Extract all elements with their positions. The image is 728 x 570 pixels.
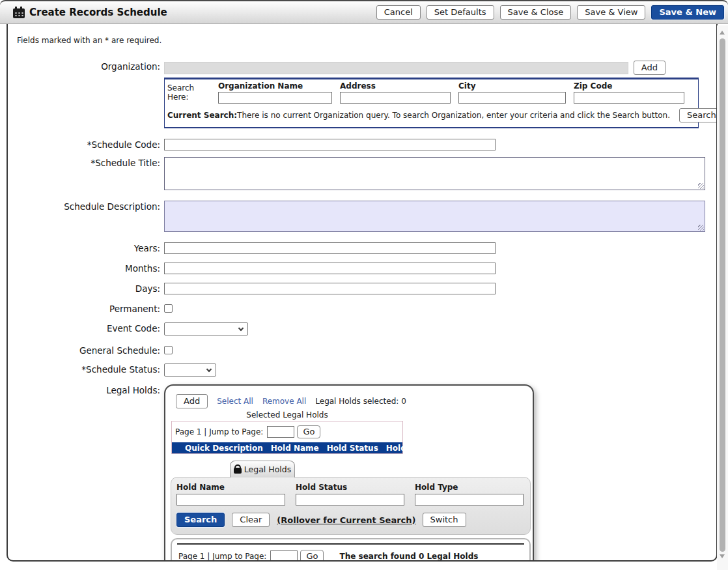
schedule-description-label: Schedule Description: bbox=[8, 201, 164, 212]
selected-jump-label: Jump to Page: bbox=[209, 427, 263, 436]
hold-status-input[interactable] bbox=[296, 494, 404, 506]
org-name-input[interactable] bbox=[218, 92, 332, 104]
days-input[interactable] bbox=[164, 283, 496, 294]
save-and-new-button[interactable]: Save & New bbox=[651, 5, 724, 20]
months-input[interactable] bbox=[164, 263, 496, 274]
hold-name-column-header: Hold Name bbox=[271, 444, 319, 453]
schedule-title-row: *Schedule Title: bbox=[8, 157, 716, 190]
calendar-icon bbox=[13, 8, 25, 18]
organization-row: Organization: Add Search Here: Organizat… bbox=[8, 61, 716, 128]
selected-table-header: Quick Description Hold Name Hold Status … bbox=[172, 442, 402, 453]
zip-code-column-header: Zip Code bbox=[574, 81, 684, 91]
schedule-status-select[interactable] bbox=[164, 363, 216, 377]
city-column-header: City bbox=[458, 81, 566, 91]
tab-legal-holds[interactable]: Legal Holds bbox=[230, 461, 295, 477]
legal-holds-results-panel: Page 1 | Jump to Page: Go The search fou… bbox=[171, 538, 531, 562]
toolbar: Cancel Set Defaults Save & Close Save & … bbox=[376, 5, 724, 20]
months-row: Months: bbox=[8, 263, 716, 274]
lock-icon bbox=[234, 468, 242, 474]
results-jump-label: Jump to Page: bbox=[212, 552, 266, 561]
permanent-checkbox[interactable] bbox=[164, 304, 173, 313]
chevron-down-icon bbox=[206, 367, 212, 372]
legal-holds-panel: Add Select All Remove All Legal Holds se… bbox=[164, 384, 534, 562]
legal-holds-selected-count: Legal Holds selected: 0 bbox=[315, 397, 406, 406]
results-jump-page-input[interactable] bbox=[270, 550, 298, 562]
results-go-button[interactable]: Go bbox=[300, 550, 324, 562]
selected-legal-holds-table: Page 1 | Jump to Page: Go Quick Descript… bbox=[171, 421, 403, 454]
years-label: Years: bbox=[8, 242, 164, 253]
organization-search-box: Search Here: Organization Name Address C… bbox=[164, 78, 699, 128]
results-divider bbox=[177, 543, 524, 545]
schedule-title-textarea[interactable] bbox=[164, 157, 705, 190]
hold-status-column-header: Hold Status bbox=[327, 444, 378, 453]
years-row: Years: bbox=[8, 242, 716, 254]
event-code-label: Event Code: bbox=[8, 322, 164, 334]
legal-holds-tab-label: Legal Holds bbox=[244, 464, 291, 474]
months-label: Months: bbox=[8, 263, 164, 274]
required-fields-note: Fields marked with an * are required. bbox=[17, 36, 716, 45]
hold-type-field-label: Hold Type bbox=[415, 483, 534, 492]
selected-legal-holds-title: Selected Legal Holds bbox=[171, 410, 403, 420]
years-input[interactable] bbox=[164, 242, 496, 254]
days-label: Days: bbox=[8, 283, 164, 294]
results-summary: The search found 0 Legal Holds bbox=[339, 552, 478, 561]
zip-code-input[interactable] bbox=[574, 92, 684, 104]
organization-value-field bbox=[164, 62, 628, 74]
general-schedule-label: General Schedule: bbox=[8, 345, 164, 356]
legal-holds-add-button[interactable]: Add bbox=[176, 394, 208, 408]
selected-go-button[interactable]: Go bbox=[297, 425, 320, 438]
schedule-code-row: *Schedule Code: bbox=[8, 139, 716, 150]
hold-type-input[interactable] bbox=[415, 494, 524, 506]
city-input[interactable] bbox=[458, 92, 566, 104]
general-schedule-checkbox[interactable] bbox=[164, 346, 173, 354]
scrollbar-thumb[interactable] bbox=[720, 38, 725, 552]
hold-name-input[interactable] bbox=[176, 494, 285, 506]
save-and-close-button[interactable]: Save & Close bbox=[500, 5, 572, 20]
schedule-code-label: *Schedule Code: bbox=[8, 139, 164, 150]
remove-all-link[interactable]: Remove All bbox=[262, 397, 306, 406]
current-search-text: There is no current Organization query. … bbox=[237, 111, 670, 120]
event-code-row: Event Code: bbox=[8, 322, 716, 335]
set-defaults-button[interactable]: Set Defaults bbox=[427, 5, 494, 20]
selected-page-indicator: Page 1 | bbox=[175, 427, 206, 436]
form-panel: Fields marked with an * are required. Or… bbox=[7, 24, 718, 562]
legal-holds-search-button[interactable]: Search bbox=[176, 513, 225, 527]
schedule-description-textarea[interactable] bbox=[164, 201, 705, 232]
schedule-description-row: Schedule Description: bbox=[8, 201, 716, 232]
chevron-down-icon bbox=[238, 326, 244, 331]
org-name-column-header: Organization Name bbox=[218, 81, 332, 91]
permanent-label: Permanent: bbox=[8, 303, 164, 314]
general-schedule-row: General Schedule: bbox=[8, 345, 716, 356]
save-and-view-button[interactable]: Save & View bbox=[577, 5, 645, 20]
switch-button[interactable]: Switch bbox=[423, 513, 466, 527]
schedule-status-row: *Schedule Status: bbox=[8, 363, 716, 377]
organization-search-button[interactable]: Search bbox=[679, 108, 718, 122]
current-search-label: Current Search: bbox=[167, 111, 237, 120]
page-title: Create Records Schedule bbox=[29, 7, 167, 18]
legal-holds-label: Legal Holds: bbox=[8, 384, 164, 395]
selected-jump-page-input[interactable] bbox=[267, 426, 294, 438]
title-bar: Create Records Schedule Cancel Set Defau… bbox=[0, 0, 728, 24]
cancel-button[interactable]: Cancel bbox=[376, 5, 421, 20]
address-column-header: Address bbox=[340, 81, 451, 91]
legal-holds-clear-button[interactable]: Clear bbox=[232, 513, 270, 527]
address-input[interactable] bbox=[340, 92, 451, 104]
search-here-label: Search Here: bbox=[166, 83, 218, 104]
event-code-select[interactable] bbox=[164, 322, 248, 335]
legal-holds-search-area: Hold Name Hold Status Hold Type Search C… bbox=[171, 477, 531, 535]
schedule-code-input[interactable] bbox=[164, 139, 496, 150]
hold-type-column-header: Hold Type bbox=[386, 444, 429, 453]
scroll-down-arrow-icon[interactable] bbox=[720, 554, 725, 558]
quick-description-column-header: Quick Description bbox=[185, 444, 263, 453]
select-all-link[interactable]: Select All bbox=[217, 397, 253, 406]
organization-add-button[interactable]: Add bbox=[634, 61, 665, 75]
days-row: Days: bbox=[8, 283, 716, 294]
permanent-row: Permanent: bbox=[8, 303, 716, 314]
organization-label: Organization: bbox=[8, 61, 164, 72]
hold-name-field-label: Hold Name bbox=[176, 483, 296, 492]
schedule-status-label: *Schedule Status: bbox=[8, 363, 164, 375]
scroll-up-arrow-icon[interactable] bbox=[720, 31, 725, 35]
results-page-indicator: Page 1 | bbox=[178, 552, 210, 561]
vertical-scrollbar[interactable] bbox=[717, 25, 728, 570]
rollover-current-search[interactable]: (Rollover for Current Search) bbox=[277, 515, 415, 525]
